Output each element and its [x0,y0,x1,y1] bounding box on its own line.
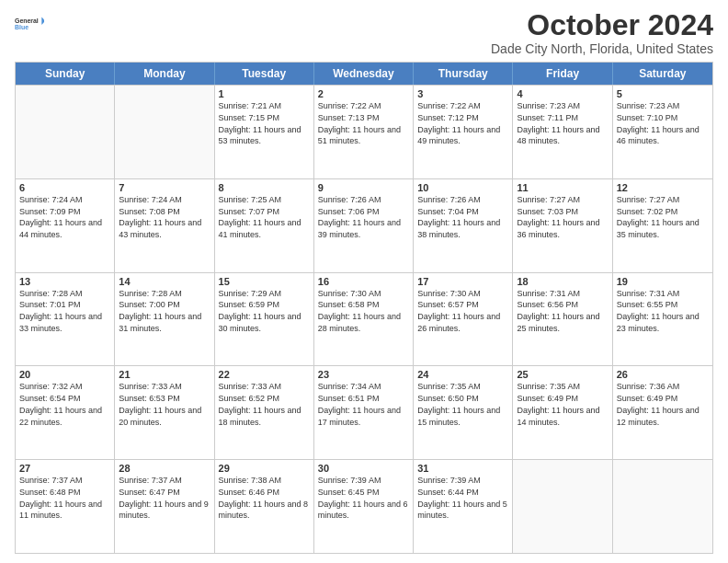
calendar-cell-20: 20 Sunrise: 7:32 AMSunset: 6:54 PMDaylig… [16,366,115,459]
day-number: 3 [417,88,508,99]
page-title: October 2024 [491,9,713,41]
calendar-header-friday: Friday [513,63,612,85]
svg-text:Blue: Blue [15,24,28,30]
calendar-cell-19: 19 Sunrise: 7:31 AMSunset: 6:55 PMDaylig… [613,273,712,366]
cell-sunrise: Sunrise: 7:32 AMSunset: 6:54 PMDaylight:… [19,382,102,426]
calendar-header-tuesday: Tuesday [215,63,314,85]
calendar-cell-24: 24 Sunrise: 7:35 AMSunset: 6:50 PMDaylig… [414,366,513,459]
day-number: 8 [219,182,310,193]
calendar-cell-26: 26 Sunrise: 7:36 AMSunset: 6:49 PMDaylig… [613,366,712,459]
page-subtitle: Dade City North, Florida, United States [491,41,713,56]
calendar-header-monday: Monday [115,63,214,85]
day-number: 25 [517,369,608,380]
calendar-cell-23: 23 Sunrise: 7:34 AMSunset: 6:51 PMDaylig… [314,366,414,459]
cell-sunrise: Sunrise: 7:31 AMSunset: 6:55 PMDaylight:… [617,289,700,333]
calendar-cell-empty [613,460,712,553]
day-number: 5 [617,88,709,99]
calendar-cell-16: 16 Sunrise: 7:30 AMSunset: 6:58 PMDaylig… [314,273,414,366]
day-number: 20 [19,369,110,380]
day-number: 27 [19,463,110,474]
calendar-cell-empty [16,86,115,178]
cell-sunrise: Sunrise: 7:22 AMSunset: 7:12 PMDaylight:… [417,101,500,145]
day-number: 29 [219,463,310,474]
calendar-header: SundayMondayTuesdayWednesdayThursdayFrid… [16,63,712,85]
day-number: 21 [119,369,210,380]
cell-sunrise: Sunrise: 7:37 AMSunset: 6:47 PMDaylight:… [119,476,209,520]
cell-sunrise: Sunrise: 7:30 AMSunset: 6:58 PMDaylight:… [318,289,401,333]
cell-sunrise: Sunrise: 7:26 AMSunset: 7:04 PMDaylight:… [417,195,500,239]
calendar-week-1: 1 Sunrise: 7:21 AMSunset: 7:15 PMDayligh… [16,85,712,178]
calendar-cell-6: 6 Sunrise: 7:24 AMSunset: 7:09 PMDayligh… [16,179,115,272]
logo: General Blue [15,9,44,39]
cell-sunrise: Sunrise: 7:35 AMSunset: 6:50 PMDaylight:… [417,382,500,426]
calendar-cell-27: 27 Sunrise: 7:37 AMSunset: 6:48 PMDaylig… [16,460,115,553]
cell-sunrise: Sunrise: 7:23 AMSunset: 7:10 PMDaylight:… [617,101,700,145]
day-number: 10 [417,182,508,193]
calendar-cell-3: 3 Sunrise: 7:22 AMSunset: 7:12 PMDayligh… [414,86,513,178]
header-right: October 2024 Dade City North, Florida, U… [491,9,713,56]
cell-sunrise: Sunrise: 7:26 AMSunset: 7:06 PMDaylight:… [318,195,401,239]
day-number: 6 [19,182,110,193]
calendar-cell-13: 13 Sunrise: 7:28 AMSunset: 7:01 PMDaylig… [16,273,115,366]
calendar-cell-22: 22 Sunrise: 7:33 AMSunset: 6:52 PMDaylig… [215,366,314,459]
calendar-header-sunday: Sunday [16,63,115,85]
day-number: 4 [517,88,608,99]
day-number: 11 [517,182,608,193]
cell-sunrise: Sunrise: 7:23 AMSunset: 7:11 PMDaylight:… [517,101,599,145]
cell-sunrise: Sunrise: 7:33 AMSunset: 6:53 PMDaylight:… [119,382,201,426]
header: General Blue October 2024 Dade City Nort… [15,9,713,56]
calendar-cell-1: 1 Sunrise: 7:21 AMSunset: 7:15 PMDayligh… [215,86,314,178]
calendar-cell-31: 31 Sunrise: 7:39 AMSunset: 6:44 PMDaylig… [414,460,513,553]
day-number: 16 [318,276,409,287]
day-number: 7 [119,182,210,193]
calendar-cell-12: 12 Sunrise: 7:27 AMSunset: 7:02 PMDaylig… [613,179,712,272]
cell-sunrise: Sunrise: 7:38 AMSunset: 6:46 PMDaylight:… [219,476,309,520]
calendar-week-4: 20 Sunrise: 7:32 AMSunset: 6:54 PMDaylig… [16,365,712,459]
calendar-cell-28: 28 Sunrise: 7:37 AMSunset: 6:47 PMDaylig… [115,460,214,553]
calendar-cell-10: 10 Sunrise: 7:26 AMSunset: 7:04 PMDaylig… [414,179,513,272]
day-number: 30 [318,463,409,474]
cell-sunrise: Sunrise: 7:22 AMSunset: 7:13 PMDaylight:… [318,101,401,145]
calendar-cell-17: 17 Sunrise: 7:30 AMSunset: 6:57 PMDaylig… [414,273,513,366]
calendar-cell-empty [513,460,612,553]
page: General Blue October 2024 Dade City Nort… [0,0,728,563]
day-number: 17 [417,276,508,287]
cell-sunrise: Sunrise: 7:36 AMSunset: 6:49 PMDaylight:… [617,382,700,426]
calendar: SundayMondayTuesdayWednesdayThursdayFrid… [15,62,713,554]
calendar-week-5: 27 Sunrise: 7:37 AMSunset: 6:48 PMDaylig… [16,459,712,553]
calendar-week-3: 13 Sunrise: 7:28 AMSunset: 7:01 PMDaylig… [16,272,712,366]
calendar-cell-14: 14 Sunrise: 7:28 AMSunset: 7:00 PMDaylig… [115,273,214,366]
calendar-cell-18: 18 Sunrise: 7:31 AMSunset: 6:56 PMDaylig… [513,273,612,366]
day-number: 15 [219,276,310,287]
day-number: 28 [119,463,210,474]
calendar-cell-5: 5 Sunrise: 7:23 AMSunset: 7:10 PMDayligh… [613,86,712,178]
calendar-header-thursday: Thursday [414,63,513,85]
calendar-cell-29: 29 Sunrise: 7:38 AMSunset: 6:46 PMDaylig… [215,460,314,553]
calendar-header-wednesday: Wednesday [314,63,414,85]
day-number: 19 [617,276,709,287]
day-number: 31 [417,463,508,474]
cell-sunrise: Sunrise: 7:21 AMSunset: 7:15 PMDaylight:… [219,101,301,145]
calendar-cell-15: 15 Sunrise: 7:29 AMSunset: 6:59 PMDaylig… [215,273,314,366]
day-number: 9 [318,182,409,193]
cell-sunrise: Sunrise: 7:25 AMSunset: 7:07 PMDaylight:… [219,195,301,239]
svg-text:General: General [15,17,39,24]
cell-sunrise: Sunrise: 7:35 AMSunset: 6:49 PMDaylight:… [517,382,599,426]
cell-sunrise: Sunrise: 7:39 AMSunset: 6:44 PMDaylight:… [417,476,507,520]
day-number: 2 [318,88,409,99]
day-number: 12 [617,182,709,193]
calendar-cell-7: 7 Sunrise: 7:24 AMSunset: 7:08 PMDayligh… [115,179,214,272]
calendar-cell-11: 11 Sunrise: 7:27 AMSunset: 7:03 PMDaylig… [513,179,612,272]
cell-sunrise: Sunrise: 7:27 AMSunset: 7:02 PMDaylight:… [617,195,700,239]
day-number: 23 [318,369,409,380]
day-number: 24 [417,369,508,380]
calendar-cell-25: 25 Sunrise: 7:35 AMSunset: 6:49 PMDaylig… [513,366,612,459]
logo-icon: General Blue [15,9,44,39]
calendar-cell-8: 8 Sunrise: 7:25 AMSunset: 7:07 PMDayligh… [215,179,314,272]
cell-sunrise: Sunrise: 7:33 AMSunset: 6:52 PMDaylight:… [219,382,301,426]
calendar-header-saturday: Saturday [613,63,712,85]
cell-sunrise: Sunrise: 7:27 AMSunset: 7:03 PMDaylight:… [517,195,599,239]
day-number: 22 [219,369,310,380]
day-number: 1 [219,88,310,99]
calendar-cell-empty [115,86,214,178]
